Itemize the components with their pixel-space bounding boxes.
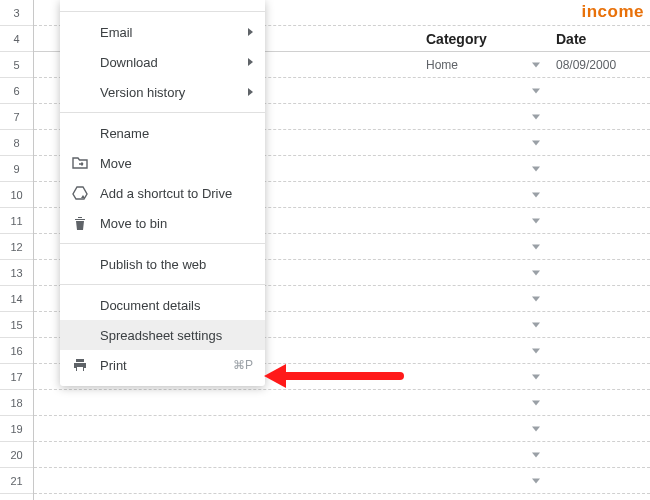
chevron-down-icon[interactable]	[532, 244, 540, 249]
menu-divider	[60, 11, 265, 12]
chevron-down-icon[interactable]	[532, 348, 540, 353]
menu-label: Version history	[100, 85, 248, 100]
menu-item-rename[interactable]: Rename	[60, 118, 265, 148]
menu-item-spreadsheet-settings[interactable]: Spreadsheet settings	[60, 320, 265, 350]
row-header[interactable]: 21	[0, 468, 33, 494]
menu-label: Move	[100, 156, 253, 171]
row-header[interactable]: 7	[0, 104, 33, 130]
cell-category-dropdown[interactable]	[420, 468, 550, 493]
chevron-down-icon[interactable]	[532, 426, 540, 431]
chevron-down-icon[interactable]	[532, 478, 540, 483]
chevron-down-icon[interactable]	[532, 166, 540, 171]
cell-category-dropdown[interactable]	[420, 208, 550, 233]
cell-category-value: Home	[426, 58, 458, 72]
cell-category-dropdown[interactable]	[420, 234, 550, 259]
menu-divider	[60, 284, 265, 285]
print-icon	[70, 355, 90, 375]
cell-category-dropdown[interactable]	[420, 286, 550, 311]
trash-icon	[70, 213, 90, 233]
row-header[interactable]: 12	[0, 234, 33, 260]
cell-category-dropdown[interactable]	[420, 390, 550, 415]
menu-item-download[interactable]: Download	[60, 47, 265, 77]
cell-category-dropdown[interactable]	[420, 104, 550, 129]
chevron-down-icon[interactable]	[532, 88, 540, 93]
row-header[interactable]: 16	[0, 338, 33, 364]
cell-category-dropdown[interactable]	[420, 182, 550, 207]
chevron-down-icon[interactable]	[532, 374, 540, 379]
menu-label: Rename	[100, 126, 253, 141]
column-header-date[interactable]: Date	[550, 26, 650, 51]
menu-item-move[interactable]: Move	[60, 148, 265, 178]
cell-category-dropdown[interactable]	[420, 130, 550, 155]
annotation-arrow	[264, 366, 404, 386]
row-headers: 3 4 5 6 7 8 9 10 11 12 13 14 15 16 17 18…	[0, 0, 34, 500]
menu-label: Email	[100, 25, 248, 40]
row-header[interactable]: 10	[0, 182, 33, 208]
menu-item-version-history[interactable]: Version history	[60, 77, 265, 107]
chevron-down-icon[interactable]	[532, 218, 540, 223]
cell-category-dropdown[interactable]	[420, 442, 550, 467]
row-header[interactable]: 19	[0, 416, 33, 442]
row-header[interactable]: 4	[0, 26, 33, 52]
chevron-down-icon[interactable]	[532, 400, 540, 405]
row-header[interactable]: 14	[0, 286, 33, 312]
menu-label: Add a shortcut to Drive	[100, 186, 253, 201]
chevron-down-icon[interactable]	[532, 114, 540, 119]
cell-category-dropdown[interactable]	[420, 416, 550, 441]
chevron-down-icon[interactable]	[532, 192, 540, 197]
row-header[interactable]: 18	[0, 390, 33, 416]
row-header[interactable]: 20	[0, 442, 33, 468]
column-header-category[interactable]: Category	[420, 26, 550, 51]
chevron-right-icon	[248, 28, 253, 36]
menu-label: Print	[100, 358, 233, 373]
menu-item-document-details[interactable]: Document details	[60, 290, 265, 320]
menu-divider	[60, 112, 265, 113]
menu-label: Download	[100, 55, 248, 70]
menu-item-print[interactable]: Print ⌘P	[60, 350, 265, 380]
cell-category-dropdown[interactable]	[420, 260, 550, 285]
row-header[interactable]: 17	[0, 364, 33, 390]
menu-label: Publish to the web	[100, 257, 253, 272]
cell-category-dropdown[interactable]	[420, 338, 550, 363]
menu-label: Move to bin	[100, 216, 253, 231]
menu-item-move-to-bin[interactable]: Move to bin	[60, 208, 265, 238]
chevron-right-icon	[248, 88, 253, 96]
row-header[interactable]: 15	[0, 312, 33, 338]
cell-category-dropdown[interactable]	[420, 312, 550, 337]
menu-label: Spreadsheet settings	[100, 328, 253, 343]
cell-category-dropdown[interactable]: Home	[420, 52, 550, 77]
chevron-right-icon	[248, 58, 253, 66]
row-header[interactable]: 5	[0, 52, 33, 78]
cell-category-dropdown[interactable]	[420, 156, 550, 181]
menu-divider	[60, 243, 265, 244]
row-header[interactable]: 9	[0, 156, 33, 182]
chevron-down-icon[interactable]	[532, 140, 540, 145]
file-context-menu: Email Download Version history Rename Mo…	[60, 0, 265, 386]
menu-label: Document details	[100, 298, 253, 313]
cell-category-dropdown[interactable]	[420, 78, 550, 103]
chevron-down-icon[interactable]	[532, 296, 540, 301]
move-folder-icon	[70, 153, 90, 173]
cell-date[interactable]: 08/09/2000	[550, 52, 650, 77]
cell-category-dropdown[interactable]	[420, 364, 550, 389]
menu-shortcut: ⌘P	[233, 358, 253, 372]
chevron-down-icon[interactable]	[532, 270, 540, 275]
chevron-down-icon[interactable]	[532, 322, 540, 327]
menu-item-publish[interactable]: Publish to the web	[60, 249, 265, 279]
menu-item-email[interactable]: Email	[60, 17, 265, 47]
chevron-down-icon[interactable]	[532, 452, 540, 457]
row-header[interactable]: 6	[0, 78, 33, 104]
menu-item-add-shortcut[interactable]: Add a shortcut to Drive	[60, 178, 265, 208]
chevron-down-icon[interactable]	[532, 62, 540, 67]
row-header[interactable]: 13	[0, 260, 33, 286]
row-header[interactable]: 11	[0, 208, 33, 234]
row-header[interactable]: 3	[0, 0, 33, 26]
drive-shortcut-icon	[70, 183, 90, 203]
row-header[interactable]: 8	[0, 130, 33, 156]
